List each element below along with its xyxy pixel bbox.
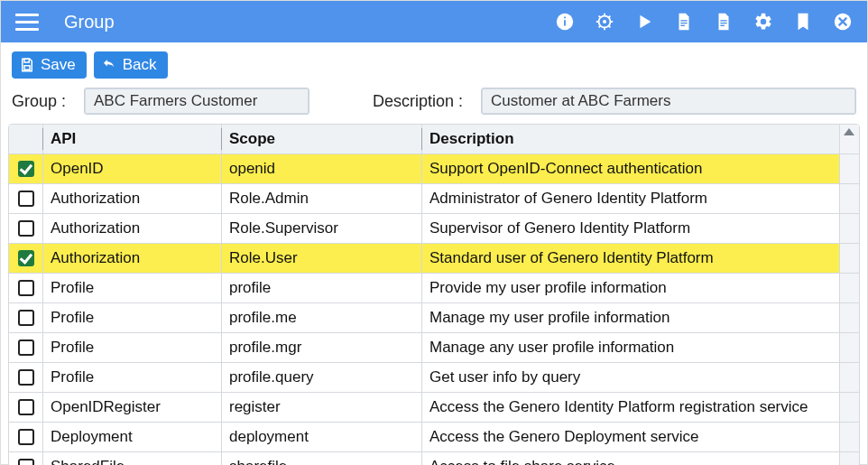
top-bar: Group: [1, 1, 867, 42]
save-icon: [19, 57, 35, 73]
row-checkbox-cell: [9, 363, 43, 392]
row-api: Profile: [43, 303, 222, 332]
row-scroll-gutter: [839, 184, 859, 213]
run-icon[interactable]: [634, 12, 654, 32]
row-checkbox-cell: [9, 274, 43, 302]
row-description: Access the Genero Deployment service: [422, 423, 839, 451]
row-scope: register: [222, 393, 422, 422]
row-description: Standard user of Genero Identity Platfor…: [422, 244, 839, 273]
row-description: Access the Genero Identity Platform regi…: [422, 393, 839, 422]
row-checkbox[interactable]: [18, 161, 34, 177]
column-checkbox: [9, 125, 43, 153]
debug-icon[interactable]: [595, 12, 614, 32]
row-api: Profile: [43, 363, 222, 392]
row-checkbox[interactable]: [18, 220, 34, 237]
table-row[interactable]: AuthorizationRole.UserStandard user of G…: [9, 243, 859, 273]
row-api: OpenID: [43, 154, 222, 183]
scrollbar[interactable]: [839, 125, 859, 153]
svg-rect-10: [720, 23, 726, 23]
document-icon[interactable]: [674, 12, 694, 32]
row-checkbox-cell: [9, 333, 43, 362]
table-row[interactable]: Profileprofile.meManage my user profile …: [9, 302, 859, 332]
undo-icon: [101, 57, 117, 73]
row-scroll-gutter: [839, 393, 859, 422]
table-row[interactable]: SharedFilesharefileAccess to file share …: [9, 451, 859, 465]
table-row[interactable]: AuthorizationRole.SupervisorSupervisor o…: [9, 213, 859, 243]
svg-rect-7: [680, 23, 687, 23]
row-scope: profile: [222, 274, 422, 302]
row-scope: profile.mgr: [222, 333, 422, 362]
svg-point-4: [603, 20, 606, 23]
group-input[interactable]: [84, 88, 309, 115]
menu-icon[interactable]: [15, 10, 39, 33]
row-scope: sharefile: [222, 452, 422, 465]
row-scope: profile.query: [222, 363, 422, 392]
page-title: Group: [64, 12, 115, 33]
column-description[interactable]: Description: [422, 125, 839, 153]
row-scope: openid: [222, 154, 422, 183]
table-row[interactable]: OpenIDRegisterregisterAccess the Genero …: [9, 392, 859, 422]
row-scroll-gutter: [839, 244, 859, 273]
table-row[interactable]: Profileprofile.queryGet user info by que…: [9, 362, 859, 392]
svg-rect-13: [24, 59, 29, 62]
row-checkbox[interactable]: [18, 399, 34, 415]
back-button-label: Back: [123, 56, 157, 74]
row-scroll-gutter: [839, 423, 859, 451]
row-description: Provide my user profile information: [422, 274, 839, 302]
row-scroll-gutter: [839, 214, 859, 243]
row-scope: Role.Supervisor: [222, 214, 422, 243]
column-api[interactable]: API: [43, 125, 222, 153]
info-icon[interactable]: [555, 12, 575, 32]
svg-rect-11: [720, 25, 725, 26]
bookmark-icon[interactable]: [793, 12, 813, 32]
table-row[interactable]: Profileprofile.mgrManage any user profil…: [9, 332, 859, 362]
scopes-grid: API Scope Description OpenIDopenidSuppor…: [8, 124, 860, 465]
row-scroll-gutter: [839, 452, 859, 465]
row-api: OpenIDRegister: [43, 393, 222, 422]
row-scope: deployment: [222, 423, 422, 451]
table-row[interactable]: DeploymentdeploymentAccess the Genero De…: [9, 422, 859, 451]
action-toolbar: Save Back: [1, 42, 867, 84]
row-checkbox-cell: [9, 393, 43, 422]
group-form: Group : Description :: [1, 84, 867, 124]
row-scope: Role.User: [222, 244, 422, 273]
row-api: Profile: [43, 333, 222, 362]
row-checkbox-cell: [9, 452, 43, 465]
svg-rect-8: [680, 25, 685, 26]
description-label: Description :: [373, 92, 463, 111]
save-button-label: Save: [41, 56, 76, 74]
row-checkbox[interactable]: [18, 369, 34, 386]
row-checkbox-cell: [9, 244, 43, 273]
table-row[interactable]: AuthorizationRole.AdminAdministrator of …: [9, 183, 859, 213]
table-row[interactable]: OpenIDopenidSupport OpenID-Connect authe…: [9, 154, 859, 183]
row-scroll-gutter: [839, 274, 859, 302]
grid-header: API Scope Description: [9, 125, 859, 154]
row-checkbox[interactable]: [18, 280, 34, 296]
row-checkbox[interactable]: [18, 339, 34, 356]
row-checkbox[interactable]: [18, 459, 34, 465]
row-description: Access to file share service: [422, 452, 839, 465]
svg-rect-6: [680, 20, 687, 21]
row-checkbox[interactable]: [18, 250, 34, 266]
row-checkbox[interactable]: [18, 191, 34, 207]
close-icon[interactable]: [833, 12, 853, 32]
back-button[interactable]: Back: [94, 51, 168, 79]
row-checkbox[interactable]: [18, 310, 34, 326]
settings-icon[interactable]: [753, 12, 773, 32]
description-input[interactable]: [481, 88, 856, 115]
row-scroll-gutter: [839, 154, 859, 183]
group-label: Group :: [12, 92, 66, 111]
row-checkbox-cell: [9, 154, 43, 183]
row-description: Manage any user profile information: [422, 333, 839, 362]
row-api: Profile: [43, 274, 222, 302]
row-checkbox[interactable]: [18, 429, 34, 445]
svg-rect-9: [720, 20, 726, 21]
table-row[interactable]: ProfileprofileProvide my user profile in…: [9, 273, 859, 302]
row-description: Supervisor of Genero Identity Platform: [422, 214, 839, 243]
document2-icon[interactable]: [714, 12, 734, 32]
column-scope[interactable]: Scope: [222, 125, 422, 153]
save-button[interactable]: Save: [12, 51, 87, 79]
row-scope: profile.me: [222, 303, 422, 332]
row-scroll-gutter: [839, 363, 859, 392]
svg-rect-2: [564, 17, 566, 19]
